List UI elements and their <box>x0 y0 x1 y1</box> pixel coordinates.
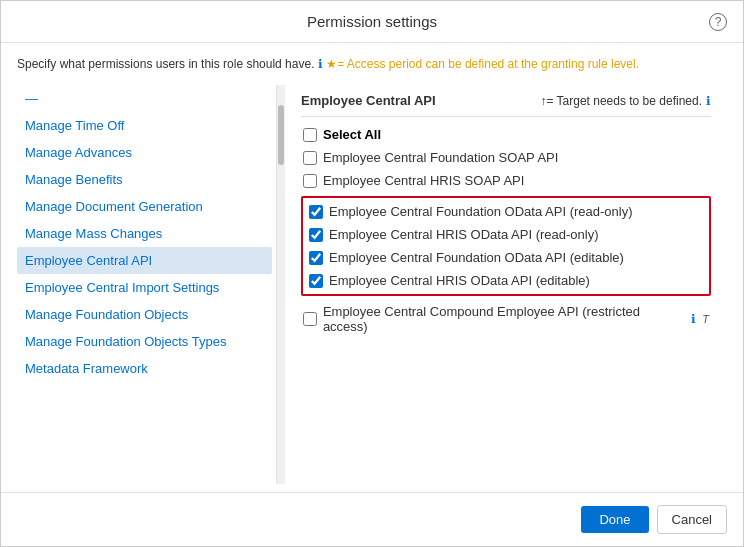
star-note: ★= Access period can be defined at the g… <box>326 57 639 71</box>
help-icon[interactable]: ? <box>709 13 727 31</box>
sidebar-item-manage-foundation-objects[interactable]: Manage Foundation Objects <box>17 301 272 328</box>
select-all-checkbox[interactable] <box>303 128 317 142</box>
cancel-button[interactable]: Cancel <box>657 505 727 534</box>
sidebar-scrollbar[interactable] <box>277 85 285 484</box>
sidebar-item-manage-advances[interactable]: Manage Advances <box>17 139 272 166</box>
hris-odata-editable-label: Employee Central HRIS OData API (editabl… <box>329 273 590 288</box>
hris-odata-readonly-label: Employee Central HRIS OData API (read-on… <box>329 227 599 242</box>
compound-employee-label: Employee Central Compound Employee API (… <box>323 304 685 334</box>
highlighted-section: Employee Central Foundation OData API (r… <box>301 196 711 296</box>
checkbox-compound-employee[interactable] <box>303 312 317 326</box>
dialog-body: Specify what permissions users in this r… <box>1 43 743 484</box>
sidebar-item-manage-benefits[interactable]: Manage Benefits <box>17 166 272 193</box>
permissions-list-bottom: Employee Central Compound Employee API (… <box>301 300 711 338</box>
list-item-hris-soap-api: Employee Central HRIS SOAP API <box>301 169 711 192</box>
content-area: — Manage Time Off Manage Advances Manage… <box>17 85 727 484</box>
sidebar-item-metadata-framework[interactable]: Metadata Framework <box>17 355 272 382</box>
select-all-label: Select All <box>323 127 381 142</box>
info-bar: Specify what permissions users in this r… <box>17 55 727 73</box>
select-all-row: Select All <box>301 123 711 146</box>
list-item-hris-odata-readonly: Employee Central HRIS OData API (read-on… <box>303 223 709 246</box>
info-icon-inline[interactable]: ℹ <box>318 57 323 71</box>
foundation-odata-readonly-label: Employee Central Foundation OData API (r… <box>329 204 633 219</box>
info-text: Specify what permissions users in this r… <box>17 57 314 71</box>
list-item-foundation-odata-readonly: Employee Central Foundation OData API (r… <box>303 200 709 223</box>
checkbox-hris-odata-readonly[interactable] <box>309 228 323 242</box>
checkbox-hris-soap-api[interactable] <box>303 174 317 188</box>
sidebar-item-manage-time-off[interactable]: Manage Time Off <box>17 112 272 139</box>
checkbox-foundation-odata-editable[interactable] <box>309 251 323 265</box>
permission-settings-dialog: Permission settings ? Specify what permi… <box>0 0 744 547</box>
permissions-list-highlighted: Employee Central Foundation OData API (r… <box>303 200 709 292</box>
compound-info-icon[interactable]: ℹ <box>691 312 696 326</box>
list-item-compound-employee: Employee Central Compound Employee API (… <box>301 300 711 338</box>
list-item-soap-api: Employee Central Foundation SOAP API <box>301 146 711 169</box>
panel-title: Employee Central API <box>301 93 436 108</box>
list-item-foundation-odata-editable: Employee Central Foundation OData API (e… <box>303 246 709 269</box>
soap-api-label: Employee Central Foundation SOAP API <box>323 150 558 165</box>
main-panel: Employee Central API ↑= Target needs to … <box>285 85 727 484</box>
hris-soap-api-label: Employee Central HRIS SOAP API <box>323 173 524 188</box>
sidebar-item-employee-central-import-settings[interactable]: Employee Central Import Settings <box>17 274 272 301</box>
sidebar-item-manage-document-generation[interactable]: Manage Document Generation <box>17 193 272 220</box>
checkbox-soap-api[interactable] <box>303 151 317 165</box>
permissions-list-top: Employee Central Foundation SOAP API Emp… <box>301 146 711 192</box>
checkbox-foundation-odata-readonly[interactable] <box>309 205 323 219</box>
panel-header: Employee Central API ↑= Target needs to … <box>301 85 711 117</box>
scrollbar-thumb <box>278 105 284 165</box>
target-note-text: ↑= Target needs to be defined. <box>540 94 702 108</box>
target-info-icon[interactable]: ℹ <box>706 94 711 108</box>
target-note: ↑= Target needs to be defined. ℹ <box>540 94 711 108</box>
sidebar-top-truncated: — <box>17 85 272 112</box>
dialog-title: Permission settings <box>307 13 437 30</box>
foundation-odata-editable-label: Employee Central Foundation OData API (e… <box>329 250 624 265</box>
list-item-hris-odata-editable: Employee Central HRIS OData API (editabl… <box>303 269 709 292</box>
sidebar: — Manage Time Off Manage Advances Manage… <box>17 85 277 484</box>
done-button[interactable]: Done <box>581 506 648 533</box>
dialog-header: Permission settings ? <box>1 1 743 43</box>
target-t-icon: T <box>702 313 709 325</box>
sidebar-item-manage-mass-changes[interactable]: Manage Mass Changes <box>17 220 272 247</box>
checkbox-hris-odata-editable[interactable] <box>309 274 323 288</box>
dialog-footer: Done Cancel <box>1 492 743 546</box>
sidebar-item-employee-central-api[interactable]: Employee Central API <box>17 247 272 274</box>
sidebar-item-manage-foundation-objects-types[interactable]: Manage Foundation Objects Types <box>17 328 272 355</box>
